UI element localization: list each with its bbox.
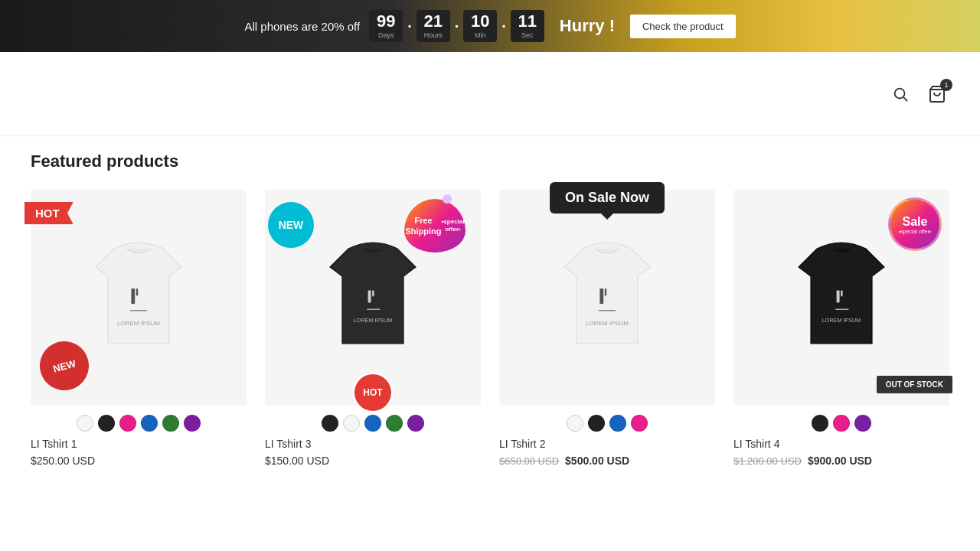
- swatches-3: [499, 415, 715, 432]
- swatches-1: [31, 415, 247, 432]
- badge-on-sale-now-3: On Sale Now: [550, 182, 665, 214]
- product-image-4[interactable]: Sale •special offer• OUT OF STOCK LOREM …: [733, 190, 949, 406]
- product-image-1[interactable]: HOT NEW LOREM IPSUM: [31, 190, 247, 406]
- badge-hot-bottom-2: HOT: [352, 372, 394, 413]
- cart-button[interactable]: 1: [925, 82, 949, 106]
- product-name-2: LI Tshirt 3: [265, 438, 481, 450]
- announcement-text: All phones are 20% off: [245, 20, 361, 33]
- search-button[interactable]: [888, 82, 913, 106]
- product-name-4: LI Tshirt 4: [733, 438, 949, 450]
- countdown-days: 99 Days: [369, 10, 403, 42]
- swatches-2: [265, 415, 481, 432]
- swatch[interactable]: [567, 415, 583, 432]
- svg-rect-12: [605, 289, 606, 296]
- product-card-3: On Sale Now LOREM IPSUM: [499, 190, 715, 467]
- svg-rect-4: [136, 289, 138, 296]
- price-original-3: $650.00 USD: [499, 455, 559, 467]
- price-original-4: $1,200.00 USD: [733, 455, 802, 467]
- price-2: $150.00 USD: [265, 455, 329, 467]
- swatch[interactable]: [98, 415, 115, 432]
- announcement-bar: All phones are 20% off 99 Days · 21 Hour…: [0, 0, 980, 52]
- price-row-3: $650.00 USD $500.00 USD: [499, 455, 715, 467]
- svg-text:LOREM IPSUM: LOREM IPSUM: [354, 317, 392, 324]
- countdown-dot-1: ·: [407, 18, 412, 35]
- swatch[interactable]: [141, 415, 158, 432]
- svg-rect-16: [841, 290, 842, 296]
- svg-rect-17: [835, 308, 849, 310]
- svg-point-0: [895, 88, 905, 98]
- check-product-button[interactable]: Check the product: [630, 15, 736, 38]
- swatch[interactable]: [407, 415, 424, 432]
- product-image-3[interactable]: On Sale Now LOREM IPSUM: [499, 190, 715, 406]
- swatch[interactable]: [77, 415, 93, 432]
- badge-new-circle-2: NEW: [268, 202, 314, 248]
- svg-rect-11: [599, 289, 603, 304]
- countdown-seconds: 11 Sec: [511, 10, 544, 42]
- main-content: Featured products HOT NEW: [0, 136, 980, 482]
- badge-sale-circle-4: Sale •special offer•: [888, 197, 942, 251]
- price-row-1: $250.00 USD: [31, 455, 247, 467]
- swatch[interactable]: [812, 415, 828, 432]
- product-card-2: NEW FreeShipping •special offer•: [265, 190, 481, 467]
- swatch[interactable]: [162, 415, 179, 432]
- cart-badge: 1: [940, 79, 952, 91]
- price-sale-3: $500.00 USD: [565, 455, 629, 467]
- svg-rect-5: [130, 310, 147, 311]
- price-row-2: $150.00 USD: [265, 455, 481, 467]
- countdown: 99 Days · 21 Hours · 10 Min · 11 Sec: [369, 10, 544, 42]
- svg-rect-13: [599, 310, 616, 311]
- svg-text:LOREM IPSUM: LOREM IPSUM: [586, 320, 629, 327]
- header: 1: [0, 52, 980, 136]
- countdown-dot-2: ·: [455, 18, 459, 35]
- section-title: Featured products: [31, 152, 949, 171]
- countdown-dot-3: ·: [501, 18, 506, 35]
- svg-text:LOREM IPSUM: LOREM IPSUM: [822, 317, 861, 324]
- search-icon: [892, 86, 909, 103]
- hurry-text: Hurry !: [560, 16, 615, 36]
- product-name-1: LI Tshirt 1: [31, 438, 247, 450]
- svg-rect-3: [131, 289, 135, 304]
- swatch[interactable]: [631, 415, 648, 432]
- svg-rect-8: [372, 290, 374, 296]
- swatches-4: [733, 415, 949, 432]
- products-grid: HOT NEW LOREM IPSUM: [31, 190, 949, 467]
- swatch[interactable]: [854, 415, 871, 432]
- swatch[interactable]: [364, 415, 381, 432]
- badge-out-of-stock-4: OUT OF STOCK: [877, 376, 952, 393]
- swatch[interactable]: [386, 415, 403, 432]
- price-row-4: $1,200.00 USD $900.00 USD: [733, 455, 949, 467]
- countdown-hours: 21 Hours: [416, 10, 450, 42]
- swatch[interactable]: [119, 415, 136, 432]
- swatch[interactable]: [343, 415, 360, 432]
- svg-rect-9: [367, 308, 381, 310]
- svg-rect-15: [837, 290, 840, 302]
- product-name-3: LI Tshirt 2: [499, 438, 715, 450]
- badge-hot-1: HOT: [24, 202, 74, 224]
- svg-text:LOREM IPSUM: LOREM IPSUM: [117, 320, 160, 327]
- countdown-minutes: 10 Min: [463, 10, 497, 42]
- swatch[interactable]: [184, 415, 201, 432]
- swatch[interactable]: [588, 415, 605, 432]
- swatch[interactable]: [322, 415, 338, 432]
- svg-line-1: [903, 97, 907, 101]
- tshirt-3: LOREM IPSUM: [515, 206, 699, 390]
- badge-free-shipping-2: FreeShipping •special offer•: [404, 199, 466, 253]
- swatch[interactable]: [609, 415, 626, 432]
- price-sale-4: $900.00 USD: [808, 455, 872, 467]
- product-card-1: HOT NEW LOREM IPSUM: [31, 190, 247, 467]
- product-image-2[interactable]: NEW FreeShipping •special offer•: [265, 190, 481, 406]
- svg-rect-7: [368, 290, 371, 302]
- price-1: $250.00 USD: [31, 455, 95, 467]
- product-card-4: Sale •special offer• OUT OF STOCK LOREM …: [733, 190, 949, 467]
- swatch[interactable]: [833, 415, 850, 432]
